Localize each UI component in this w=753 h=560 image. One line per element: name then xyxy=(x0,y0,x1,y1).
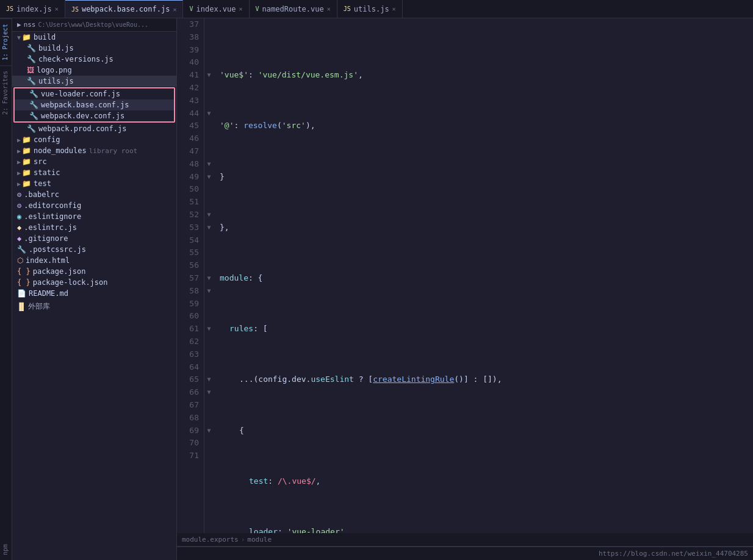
tree-item-package-lock[interactable]: { } package-lock.json xyxy=(12,277,176,288)
fold-50 xyxy=(204,183,214,196)
tree-item-label: logo.png xyxy=(37,66,72,74)
line-num-66: 66 xyxy=(177,386,199,399)
tree-item-package-json[interactable]: { } package.json xyxy=(12,266,176,277)
line-num-56: 56 xyxy=(177,259,199,272)
tree-item-label: webpack.dev.conf.js xyxy=(41,112,124,120)
fold-66[interactable]: ▼ xyxy=(204,386,214,399)
fold-61[interactable]: ▼ xyxy=(204,323,214,336)
tree-item-label: src xyxy=(34,157,47,166)
tab-utils-js[interactable]: JS utils.js ✕ xyxy=(337,0,403,18)
tab-index-vue[interactable]: V index.vue ✕ xyxy=(183,0,249,18)
tree-item-check-versions[interactable]: 🔧 check-versions.js xyxy=(12,54,176,65)
tree-item-label: index.html xyxy=(26,256,70,265)
js-file-icon: 🔧 xyxy=(29,112,38,120)
breadcrumb-module-exports[interactable]: module.exports xyxy=(182,536,239,544)
fold-49[interactable]: ▼ xyxy=(204,171,214,184)
code-line-40: }, xyxy=(220,221,753,234)
png-file-icon: 🖼 xyxy=(27,66,34,74)
tree-item-webpack-base[interactable]: 🔧 webpack.base.conf.js xyxy=(15,99,174,110)
line-num-44: 44 xyxy=(177,107,199,120)
code-line-43: ...(config.dev.useEslint ? [createLintin… xyxy=(220,373,753,386)
fold-48[interactable]: ▼ xyxy=(204,158,214,171)
line-num-54: 54 xyxy=(177,234,199,247)
folder-icon: 📁 xyxy=(22,135,31,144)
fold-69[interactable]: ▼ xyxy=(204,425,214,437)
npm-label: npm xyxy=(0,539,12,560)
fold-53[interactable]: ▼ xyxy=(204,221,214,234)
tree-item-logo[interactable]: 🖼 logo.png xyxy=(12,65,176,76)
fold-64 xyxy=(204,361,214,374)
tree-item-babelrc[interactable]: ⚙ .babelrc xyxy=(12,189,176,200)
code-line-45: test: /\.vue$/, xyxy=(220,475,753,488)
fold-45 xyxy=(204,120,214,132)
tree-item-editorconfig[interactable]: ⚙ .editorconfig xyxy=(12,200,176,211)
close-icon[interactable]: ✕ xyxy=(173,6,176,13)
fold-55 xyxy=(204,246,214,259)
line-num-39: 39 xyxy=(177,44,199,57)
tab-label: index.js xyxy=(16,5,52,13)
line-num-40: 40 xyxy=(177,56,199,69)
line-num-69: 69 xyxy=(177,425,199,437)
tree-item-label: utils.js xyxy=(38,77,74,85)
tree-item-gitignore[interactable]: ◆ .gitignore xyxy=(12,233,176,244)
tree-item-label: build xyxy=(34,33,56,41)
tree-item-test[interactable]: ▶ 📁 test xyxy=(12,178,176,189)
external-libraries[interactable]: ▐▌ 外部库 xyxy=(12,299,176,314)
tree-item-index-html[interactable]: ⬡ index.html xyxy=(12,255,176,266)
folder-icon: 📁 xyxy=(22,179,31,188)
bar-chart-icon: ▐▌ xyxy=(17,303,26,311)
close-icon[interactable]: ✕ xyxy=(327,5,331,12)
tree-item-eslintignore[interactable]: ◉ .eslintignore xyxy=(12,211,176,222)
fold-67 xyxy=(204,399,214,412)
folder-icon: 📁 xyxy=(22,33,31,41)
tree-item-webpack-dev[interactable]: 🔧 webpack.dev.conf.js xyxy=(15,110,174,121)
tree-item-vue-loader[interactable]: 🔧 vue-loader.conf.js xyxy=(15,88,174,99)
tree-item-label: vue-loader.conf.js xyxy=(41,90,120,98)
tree-item-config[interactable]: ▶ 📁 config xyxy=(12,134,176,145)
tab-webpack-base[interactable]: JS webpack.base.conf.js ✕ xyxy=(65,0,184,18)
js-file-icon: 🔧 xyxy=(29,101,38,109)
tree-item-readme[interactable]: 📄 README.md xyxy=(12,288,176,299)
tab-label: webpack.base.conf.js xyxy=(82,5,170,13)
tab-namedroute-vue[interactable]: V namedRoute.vue ✕ xyxy=(250,0,337,18)
fold-52[interactable]: ▼ xyxy=(204,209,214,221)
tab-index-js[interactable]: JS index.js ✕ xyxy=(0,0,65,18)
tree-item-label: test xyxy=(34,179,51,188)
panel-strip: 1: Project 2: Favorites npm xyxy=(0,18,12,560)
js-file-icon: 🔧 xyxy=(29,90,38,98)
close-icon[interactable]: ✕ xyxy=(239,5,243,12)
breadcrumb-module[interactable]: module xyxy=(247,536,272,544)
fold-57[interactable]: ▼ xyxy=(204,272,214,285)
tree-item-src[interactable]: ▶ 📁 src xyxy=(12,156,176,167)
tree-item-postcssrc[interactable]: 🔧 .postcssrc.js xyxy=(12,244,176,255)
project-panel-label[interactable]: 1: Project xyxy=(0,18,12,65)
fold-65[interactable]: ▼ xyxy=(204,373,214,386)
tree-item-utils[interactable]: 🔧 utils.js xyxy=(12,76,176,87)
line-num-58: 58 xyxy=(177,285,199,298)
tree-item-build-js[interactable]: 🔧 build.js xyxy=(12,43,176,54)
line-num-46: 46 xyxy=(177,132,199,145)
json-icon: { } xyxy=(17,267,31,276)
tree-item-static[interactable]: ▶ 📁 static xyxy=(12,167,176,178)
js-file-icon: 🔧 xyxy=(27,124,36,133)
tree-item-webpack-prod[interactable]: 🔧 webpack.prod.conf.js xyxy=(12,123,176,134)
tree-item-label: check-versions.js xyxy=(38,55,113,63)
line-num-48: 48 xyxy=(177,158,199,171)
js-file-icon: 🔧 xyxy=(27,77,36,85)
highlighted-files-group: 🔧 vue-loader.conf.js 🔧 webpack.base.conf… xyxy=(13,87,175,123)
js-icon: JS xyxy=(71,6,79,13)
js-icon: JS xyxy=(344,5,351,12)
fold-44[interactable]: ▼ xyxy=(204,107,214,120)
tree-item-build[interactable]: ▼ 📁 build xyxy=(12,32,176,43)
tree-item-eslintrc[interactable]: ◆ .eslintrc.js xyxy=(12,222,176,233)
fold-71 xyxy=(204,450,214,462)
close-icon[interactable]: ✕ xyxy=(55,5,59,12)
code-content[interactable]: 37 38 39 40 41 42 43 44 45 46 47 48 49 5… xyxy=(177,18,753,533)
favorites-panel-label[interactable]: 2: Favorites xyxy=(0,65,12,120)
fold-58[interactable]: ▼ xyxy=(204,285,214,298)
tree-item-node-modules[interactable]: ▶ 📁 node_modules library root xyxy=(12,145,176,156)
fold-41[interactable]: ▼ xyxy=(204,69,214,82)
fold-43 xyxy=(204,95,214,107)
expand-arrow: ▼ xyxy=(17,34,21,41)
close-icon[interactable]: ✕ xyxy=(392,5,396,12)
